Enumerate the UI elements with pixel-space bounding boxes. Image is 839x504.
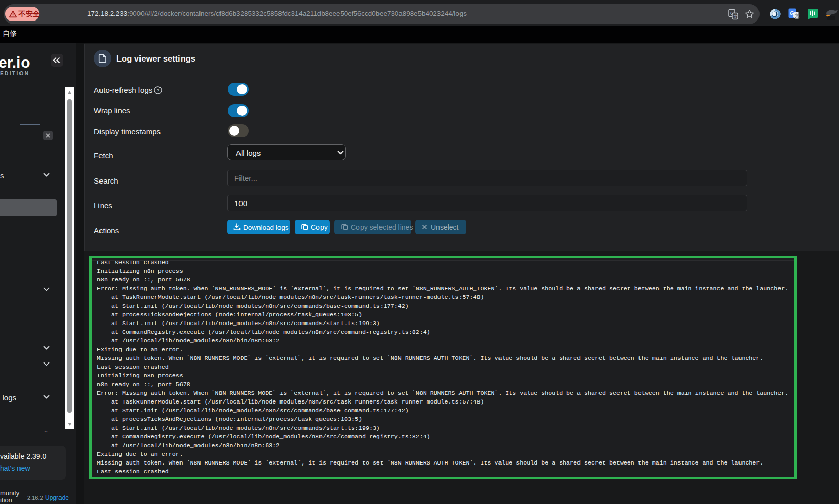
svg-text:?: ? (157, 88, 159, 93)
svg-text:文: 文 (795, 13, 800, 18)
svg-text:文: 文 (734, 14, 738, 19)
